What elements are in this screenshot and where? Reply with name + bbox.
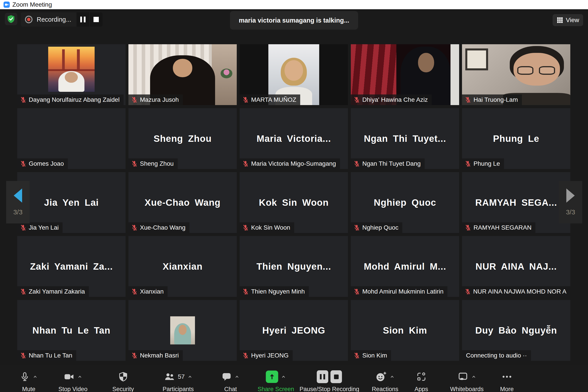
pause-icon (80, 16, 85, 22)
active-speaker-banner: maria victoria sumagang is talking... (230, 11, 358, 30)
toolbar-item-label: Pause/Stop Recording (299, 386, 359, 392)
whiteboards-button[interactable]: Whiteboards (450, 370, 484, 392)
participant-display-name: Kok Sin Woon (259, 197, 329, 208)
participant-name-label: RAMYAH SEGARAN (462, 222, 535, 233)
chevron-up-icon[interactable] (77, 374, 82, 380)
participant-display-name: Xue-Chao Wang (145, 197, 220, 208)
toolbar-item-label: Chat (224, 386, 237, 392)
toolbar-item-label: More (500, 386, 514, 392)
participant-display-name: Duy Bảo Nguyễn (475, 325, 557, 336)
participant-tile[interactable]: Thien Nguyen...Thien Nguyen Minh (240, 236, 348, 297)
participant-name-label: Ngan Thi Tuyet Dang (351, 158, 425, 169)
security-button[interactable]: Security (112, 370, 134, 392)
pause-stop-recording-button[interactable]: Pause/Stop Recording (299, 370, 359, 392)
muted-mic-icon (465, 96, 471, 103)
participant-name-label: Maria Victoria Migo-Sumagang (240, 158, 340, 169)
stop-icon (93, 17, 99, 22)
participant-tile[interactable]: Maria Victoria...Maria Victoria Migo-Sum… (240, 108, 348, 169)
toolbar-item-label: Share Screen (258, 386, 294, 392)
meeting-toolbar: Leave MuteStop VideoSecurity57Participan… (0, 365, 588, 392)
zoom-meeting-window: Zoom Meeting Recording... maria victoria… (0, 0, 588, 392)
participant-display-name: Jia Yen Lai (44, 197, 99, 208)
participant-name-label: Jia Yen Lai (17, 222, 62, 233)
toolbar-item-label: Mute (22, 386, 35, 392)
participant-tile[interactable]: Dayang Norulfairuz Abang Zaidel (17, 44, 126, 105)
participant-tile[interactable]: XianxianXianxian (128, 236, 237, 297)
participant-tile[interactable]: MARTA MUÑOZ (240, 44, 348, 105)
pause-recording-button[interactable] (76, 12, 89, 26)
apps-button[interactable]: Apps (414, 370, 428, 392)
participant-tile[interactable]: Mohd Amirul M...Mohd Amirul Mukminin Lat… (351, 236, 459, 297)
muted-mic-icon (353, 224, 360, 231)
recording-dot-icon (24, 15, 33, 24)
camera-icon (63, 372, 74, 382)
stop-video-button[interactable]: Stop Video (58, 370, 87, 392)
participant-name-label: Xianxian (128, 286, 168, 297)
participant-tile[interactable]: Hai Truong-Lam (462, 44, 570, 105)
participant-tile[interactable]: Jia Yen LaiJia Yen Lai (17, 172, 126, 233)
zoom-app-icon (3, 2, 10, 8)
participant-tile[interactable]: Kok Sin WoonKok Sin Woon (240, 172, 348, 233)
participant-tile[interactable]: Phung LePhung Le (462, 108, 570, 169)
participant-tile[interactable]: Zaki Yamani Za...Zaki Yamani Zakaria (17, 236, 126, 297)
participant-tile[interactable]: Duy Bảo NguyễnConnecting to audio ·· (462, 300, 570, 361)
pause-stop-recording-icon (317, 370, 342, 383)
arrow-right-icon (566, 188, 575, 203)
participant-tile[interactable]: Hyeri JEONGHyeri JEONG (240, 300, 348, 361)
gallery-grid-icon (557, 17, 563, 24)
muted-mic-icon (353, 96, 360, 103)
participant-tile[interactable]: Mazura Jusoh (128, 44, 237, 105)
participant-tile[interactable]: Gomes Joao (17, 108, 126, 169)
participant-display-name: Sheng Zhou (154, 134, 212, 144)
mute-button[interactable]: Mute (20, 370, 38, 392)
participant-tile[interactable]: RAMYAH SEGA...RAMYAH SEGARAN (462, 172, 570, 233)
participant-display-name: RAMYAH SEGA... (475, 197, 557, 208)
participant-tile[interactable]: Dhiya' Hawina Che Aziz (351, 44, 459, 105)
muted-mic-icon (131, 96, 138, 103)
chevron-up-icon[interactable] (281, 374, 286, 380)
participant-name-label: Nekmah Basri (128, 350, 183, 361)
chat-button[interactable]: Chat (222, 370, 240, 392)
participant-tile[interactable]: NUR AINA NAJ...NUR AINA NAJWA MOHD NOR A… (462, 236, 570, 297)
chevron-up-icon[interactable] (32, 374, 38, 380)
participant-name-label: Sion Kim (351, 350, 391, 361)
participant-display-name: Sion Kim (383, 325, 427, 336)
participant-name-label: Mohd Amirul Mukminin Latirin (351, 286, 447, 297)
participant-tile[interactable]: Nghiep QuocNghiep Quoc (351, 172, 459, 233)
security-shield-icon (118, 372, 128, 382)
toolbar-item-label: Apps (414, 386, 428, 392)
participant-name-label: Dayang Norulfairuz Abang Zaidel (17, 94, 124, 105)
participant-tile[interactable]: Xue-Chao WangXue-Chao Wang (128, 172, 237, 233)
toolbar-item-label: Security (112, 386, 134, 392)
reactions-button[interactable]: Reactions (372, 370, 398, 392)
muted-mic-icon (131, 352, 138, 359)
muted-mic-icon (20, 288, 26, 295)
muted-mic-icon (242, 224, 249, 231)
participant-tile[interactable]: Sheng ZhouSheng Zhou (128, 108, 237, 169)
participant-name-label: MARTA MUÑOZ (240, 94, 300, 105)
participant-name-label: Phung Le (462, 158, 504, 169)
participants-button[interactable]: 57Participants (162, 370, 194, 392)
muted-mic-icon (242, 160, 249, 167)
page-indicator-right: 3/3 (566, 208, 575, 216)
chevron-up-icon[interactable] (389, 374, 395, 380)
virtual-background-photo (48, 47, 95, 92)
share-screen-button[interactable]: Share Screen (258, 370, 294, 392)
chevron-up-icon[interactable] (471, 374, 476, 380)
stop-recording-button[interactable] (90, 12, 103, 26)
meeting-info-shield-button[interactable] (5, 13, 17, 25)
muted-mic-icon (465, 160, 471, 167)
chevron-up-icon[interactable] (187, 374, 193, 380)
participant-tile[interactable]: Sion KimSion Kim (351, 300, 459, 361)
chevron-up-icon[interactable] (234, 374, 240, 380)
participant-tile[interactable]: Nekmah Basri (128, 300, 237, 361)
participant-display-name: Maria Victoria... (257, 134, 331, 144)
more-button[interactable]: More (500, 370, 514, 392)
participant-tile[interactable]: Ngan Thi Tuyet...Ngan Thi Tuyet Dang (351, 108, 459, 169)
mic-icon (20, 372, 30, 382)
view-button[interactable]: View (553, 14, 583, 26)
next-page-button[interactable]: 3/3 (559, 181, 582, 224)
previous-page-button[interactable]: 3/3 (6, 181, 30, 224)
muted-mic-icon (353, 288, 360, 295)
participant-tile[interactable]: Nhan Tu Le TanNhan Tu Le Tan (17, 300, 126, 361)
